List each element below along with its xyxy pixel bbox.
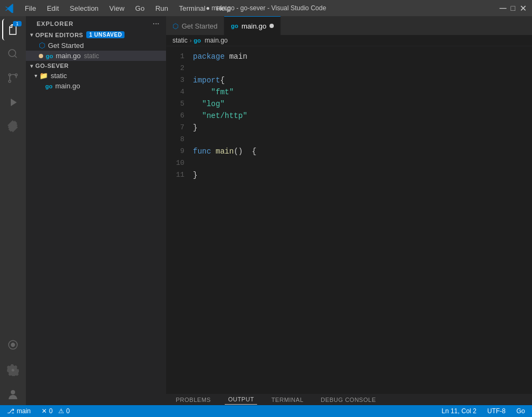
activity-bar: 1 xyxy=(0,16,26,405)
main-go-file-label: main.go xyxy=(55,82,80,90)
account-activity-icon[interactable] xyxy=(2,384,24,405)
menu-terminal[interactable]: Terminal xyxy=(175,3,210,13)
go-sever-chevron: ▾ xyxy=(30,63,33,69)
static-folder-chevron: ▾ xyxy=(34,73,37,79)
go-file-icon-2: go xyxy=(45,83,52,89)
svg-point-4 xyxy=(11,390,15,394)
line-num-5: 5 xyxy=(166,98,184,110)
titlebar-left: File Edit Selection View Go Run Terminal… xyxy=(5,3,235,13)
main-go-tab-icon: go xyxy=(231,23,238,29)
main-go-path: static xyxy=(84,52,99,60)
errors-status[interactable]: ✕ 0 ⚠ 0 xyxy=(39,407,72,415)
menu-file[interactable]: File xyxy=(20,3,40,13)
main-go-file[interactable]: go main.go xyxy=(26,81,166,91)
code-line-3: import{ xyxy=(193,74,532,86)
open-editors-chevron: ▾ xyxy=(30,32,33,38)
terminal-tab[interactable]: TERMINAL xyxy=(268,395,307,405)
extensions-activity-icon[interactable] xyxy=(2,116,24,137)
code-line-9: func main() { xyxy=(193,145,532,157)
line-col-status[interactable]: Ln 11, Col 2 xyxy=(439,407,479,415)
titlebar-menu: File Edit Selection View Go Run Terminal… xyxy=(20,3,235,13)
tab-bar: ⬡ Get Started go main.go xyxy=(166,16,532,35)
menu-selection[interactable]: Selection xyxy=(65,3,102,13)
editor-area: ⬡ Get Started go main.go static › go mai… xyxy=(166,16,532,405)
open-editor-get-started[interactable]: ⬡ Get Started xyxy=(26,40,166,51)
output-tab[interactable]: OUTPUT xyxy=(225,394,257,405)
menu-go[interactable]: Go xyxy=(131,3,149,13)
line-num-10: 10 xyxy=(166,157,184,169)
line-num-11: 11 xyxy=(166,169,184,181)
line-num-4: 4 xyxy=(166,86,184,98)
explorer-badge: 1 xyxy=(13,21,22,26)
code-line-6: "net/http" xyxy=(193,110,532,122)
code-line-4: "fmt" xyxy=(193,86,532,98)
static-folder[interactable]: ▾ 📁 static xyxy=(26,71,166,81)
main-go-tab-label: main.go xyxy=(241,22,266,30)
titlebar-controls: ─ □ ✕ xyxy=(500,3,527,14)
static-folder-name: static xyxy=(51,72,67,80)
run-debug-activity-icon[interactable] xyxy=(2,92,24,113)
app: 1 xyxy=(0,16,532,417)
close-button[interactable]: ✕ xyxy=(520,3,527,13)
source-control-activity-icon[interactable] xyxy=(2,67,24,89)
modified-dot-icon xyxy=(39,54,43,58)
main-go-tab-modified xyxy=(270,24,274,28)
get-started-tab-label: Get Started xyxy=(182,22,217,30)
titlebar: File Edit Selection View Go Run Terminal… xyxy=(0,0,532,16)
line-num-8: 8 xyxy=(166,134,184,145)
maximize-button[interactable]: □ xyxy=(511,4,515,12)
open-editors-label: OPEN EDITORS xyxy=(36,32,84,38)
window-title: ● main.go - go-sever - Visual Studio Cod… xyxy=(206,4,326,12)
sidebar-more-button[interactable]: ··· xyxy=(153,20,160,27)
code-line-8 xyxy=(193,134,532,145)
git-branch-status[interactable]: ⎇ main xyxy=(4,407,33,415)
open-editors-section[interactable]: ▾ OPEN EDITORS 1 UNSAVED xyxy=(26,30,166,40)
language-status[interactable]: Go xyxy=(514,407,528,415)
explorer-activity-icon[interactable]: 1 xyxy=(2,19,24,40)
warning-icon: ⚠ xyxy=(58,407,64,415)
git-branch-icon: ⎇ xyxy=(7,407,15,415)
code-line-11: } xyxy=(193,169,532,181)
vscode-file-icon: ⬡ xyxy=(39,41,45,50)
get-started-label: Get Started xyxy=(48,41,84,50)
code-content[interactable]: package main import{ "fmt" "log" "net/ht… xyxy=(193,46,532,393)
sidebar: EXPLORER ··· ▾ OPEN EDITORS 1 UNSAVED ⬡ … xyxy=(26,16,166,405)
settings-activity-icon[interactable] xyxy=(2,359,24,381)
go-file-icon: go xyxy=(46,53,53,59)
tab-main-go[interactable]: go main.go xyxy=(224,16,281,35)
main-go-label: main.go xyxy=(56,52,80,60)
bottom-panel: PROBLEMS OUTPUT TERMINAL DEBUG CONSOLE xyxy=(166,393,532,405)
breadcrumb-sep: › xyxy=(190,38,191,44)
get-started-tab-icon: ⬡ xyxy=(172,22,178,30)
git-branch-label: main xyxy=(17,407,31,415)
menu-run[interactable]: Run xyxy=(151,3,172,13)
vscode-logo-icon xyxy=(5,3,15,13)
code-editor[interactable]: 1 2 3 4 5 6 7 8 9 10 11 package main imp… xyxy=(166,46,532,393)
code-line-1: package main xyxy=(193,51,532,62)
tab-get-started[interactable]: ⬡ Get Started xyxy=(166,16,224,35)
debug-console-tab[interactable]: DEBUG CONSOLE xyxy=(317,395,379,405)
remote-activity-icon[interactable] xyxy=(2,334,24,356)
open-editor-main-go[interactable]: go main.go static xyxy=(26,51,166,61)
breadcrumb-file: main.go xyxy=(205,37,228,44)
line-numbers: 1 2 3 4 5 6 7 8 9 10 11 xyxy=(166,46,193,393)
unsaved-badge: 1 UNSAVED xyxy=(86,31,125,38)
search-activity-icon[interactable] xyxy=(2,43,24,65)
svg-point-1 xyxy=(9,80,11,82)
problems-tab[interactable]: PROBLEMS xyxy=(172,395,214,405)
minimize-button[interactable]: ─ xyxy=(500,3,507,14)
code-line-5: "log" xyxy=(193,98,532,110)
status-bar: ⎇ main ✕ 0 ⚠ 0 Ln 11, Col 2 UTF-8 Go xyxy=(0,405,532,417)
line-col-label: Ln 11, Col 2 xyxy=(441,407,476,415)
menu-edit[interactable]: Edit xyxy=(43,3,63,13)
go-sever-label: GO-SEVER xyxy=(36,62,69,69)
encoding-status[interactable]: UTF-8 xyxy=(485,407,508,415)
sidebar-title: EXPLORER xyxy=(37,20,74,27)
error-count: 0 xyxy=(49,407,53,415)
line-num-6: 6 xyxy=(166,110,184,122)
line-num-2: 2 xyxy=(166,62,184,74)
menu-view[interactable]: View xyxy=(105,3,129,13)
breadcrumb-go-icon: go xyxy=(194,37,201,44)
go-sever-section[interactable]: ▾ GO-SEVER xyxy=(26,61,166,71)
sidebar-header: EXPLORER ··· xyxy=(26,16,166,30)
